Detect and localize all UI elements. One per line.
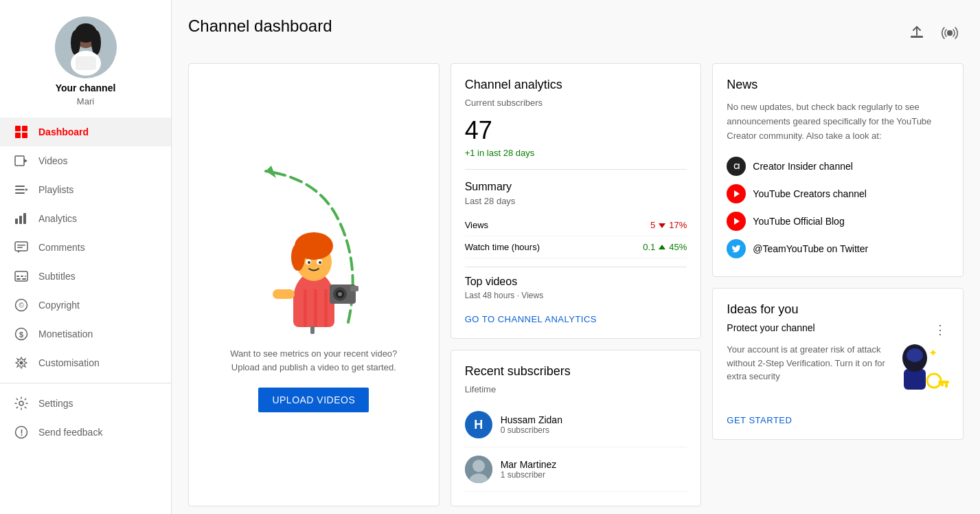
subtitles-icon	[14, 269, 29, 284]
main-content: Channel dashboard	[172, 0, 980, 514]
subscribers-card: Recent subscribers Lifetime H Hussam Zid…	[451, 350, 702, 506]
svg-rect-45	[324, 289, 328, 327]
news-card: News No new updates, but check back regu…	[712, 63, 964, 277]
svg-rect-26	[25, 276, 26, 277]
svg-point-58	[338, 292, 342, 296]
subscribers-period: Lifetime	[465, 384, 687, 394]
divider-1	[465, 169, 687, 170]
subscribers-label: Current subscribers	[465, 98, 687, 108]
sidebar-item-label-dashboard: Dashboard	[38, 126, 89, 137]
sidebar-item-customisation[interactable]: Customisation	[0, 348, 171, 377]
sidebar-item-comments[interactable]: Comments	[0, 233, 171, 262]
comments-icon	[14, 240, 29, 255]
sidebar-item-playlists[interactable]: Playlists	[0, 175, 171, 204]
views-value: 5 17%	[650, 220, 687, 230]
subscriber-info-mar: Mar Martinez 1 subscriber	[501, 459, 557, 480]
news-description: No new updates, but check back regularly…	[727, 100, 949, 143]
sidebar-item-label-feedback: Send feedback	[38, 427, 102, 438]
sidebar-item-send-feedback[interactable]: ! Send feedback	[0, 418, 171, 447]
svg-rect-21	[17, 245, 25, 246]
idea-more-button[interactable]: ⋮	[931, 322, 949, 337]
news-link-creator-insider[interactable]: CI Creator Insider channel	[727, 153, 949, 180]
yt-blog-icon	[727, 212, 746, 231]
news-link-label-yt-creators: YouTube Creators channel	[753, 188, 867, 199]
sidebar-item-label-subtitles: Subtitles	[38, 271, 76, 282]
svg-rect-78	[945, 383, 948, 388]
subscribers-count: 47	[465, 116, 687, 145]
svg-rect-19	[23, 213, 26, 224]
twitter-icon	[727, 239, 746, 258]
svg-point-67	[472, 460, 485, 472]
svg-rect-20	[15, 242, 27, 251]
news-link-yt-blog[interactable]: YouTube Official Blog	[727, 208, 949, 235]
news-link-label-twitter: @TeamYouTube on Twitter	[753, 243, 868, 254]
avatar	[55, 16, 117, 78]
sidebar-item-label-settings: Settings	[38, 398, 73, 409]
sidebar-item-settings[interactable]: Settings	[0, 389, 171, 418]
live-icon-btn[interactable]	[936, 19, 964, 47]
dashboard-icon	[14, 124, 29, 139]
svg-marker-12	[24, 159, 27, 163]
subscribers-title: Recent subscribers	[465, 364, 687, 379]
views-label: Views	[465, 220, 488, 230]
get-started-button[interactable]: GET STARTED	[727, 407, 792, 425]
watch-value: 0.1 45%	[643, 242, 687, 252]
idea-header: Protect your channel ⋮	[727, 322, 949, 337]
svg-text:$: $	[19, 331, 23, 339]
analytics-icon	[14, 211, 29, 226]
sidebar-item-subtitles[interactable]: Subtitles	[0, 262, 171, 291]
header-row: Channel dashboard	[188, 16, 964, 49]
svg-rect-72	[904, 369, 926, 390]
content-grid: Want to see metrics on your recent video…	[188, 63, 964, 506]
svg-rect-24	[16, 276, 19, 277]
svg-marker-69	[734, 190, 740, 197]
svg-rect-28	[22, 278, 26, 280]
svg-text:!: !	[21, 428, 23, 438]
svg-rect-8	[22, 126, 27, 131]
copyright-icon: ©	[14, 298, 29, 313]
subscriber-row-hussam: H Hussam Zidan 0 subscribers	[465, 403, 687, 447]
subscriber-count-mar: 1 subscriber	[501, 470, 557, 480]
settings-icon	[14, 396, 29, 411]
customisation-icon	[14, 355, 29, 370]
sidebar-item-videos[interactable]: Videos	[0, 146, 171, 175]
sidebar-item-copyright[interactable]: © Copyright	[0, 291, 171, 320]
analytics-card: Channel analytics Current subscribers 47…	[451, 63, 702, 339]
svg-rect-27	[16, 278, 21, 280]
subscriber-info-hussam: Hussam Zidan 0 subscribers	[501, 414, 562, 435]
upload-icon-btn[interactable]	[903, 19, 931, 47]
news-title: News	[727, 78, 949, 92]
divider-2	[465, 267, 687, 267]
feedback-icon: !	[14, 425, 29, 440]
sidebar-item-label-videos: Videos	[38, 155, 68, 166]
up-arrow-icon	[658, 243, 666, 252]
creator-insider-icon: CI	[727, 157, 746, 176]
idea-name: Protect your channel	[727, 322, 814, 333]
sidebar-item-label-monetisation: Monetisation	[38, 328, 93, 339]
sidebar-item-monetisation[interactable]: $ Monetisation	[0, 320, 171, 348]
sidebar-item-label-comments: Comments	[38, 242, 85, 253]
svg-rect-6	[76, 56, 96, 70]
svg-rect-15	[15, 192, 25, 194]
right-column: News No new updates, but check back regu…	[712, 63, 964, 506]
svg-marker-64	[659, 223, 665, 228]
playlists-icon	[14, 182, 29, 197]
news-link-yt-creators[interactable]: YouTube Creators channel	[727, 180, 949, 208]
go-analytics-button[interactable]: GO TO CHANNEL ANALYTICS	[465, 306, 597, 324]
analytics-title: Channel analytics	[465, 78, 687, 92]
upload-videos-button[interactable]: UPLOAD VIDEOS	[258, 388, 369, 412]
svg-point-52	[319, 261, 321, 264]
news-link-twitter[interactable]: @TeamYouTube on Twitter	[727, 235, 949, 262]
svg-rect-9	[15, 133, 21, 138]
svg-rect-11	[15, 156, 24, 166]
nav-list: Dashboard Videos Playlists	[0, 118, 171, 447]
yt-creators-icon	[727, 184, 746, 203]
svg-rect-17	[15, 219, 18, 224]
sidebar-item-dashboard[interactable]: Dashboard	[0, 118, 171, 146]
svg-rect-22	[17, 247, 23, 249]
sidebar-item-label-copyright: Copyright	[38, 300, 80, 311]
sidebar-item-analytics[interactable]: Analytics	[0, 204, 171, 233]
upload-description: Want to see metrics on your recent video…	[230, 347, 397, 374]
svg-rect-7	[15, 126, 21, 131]
svg-rect-18	[19, 216, 22, 224]
